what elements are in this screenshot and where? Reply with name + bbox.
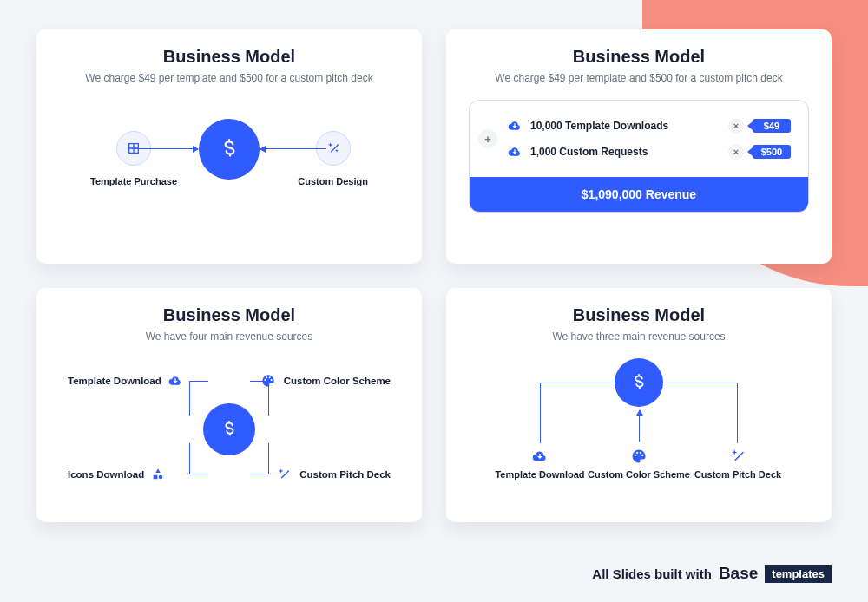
arrow-left-to-center [132, 148, 198, 149]
times-icon: × [728, 118, 744, 134]
footer-attribution: All Slides built with Base templates [592, 564, 832, 583]
slide-3: Business Model We have four main revenue… [36, 288, 422, 522]
shapes-icon [151, 468, 167, 481]
slide-subtitle: We charge $49 per template and $500 for … [59, 72, 399, 84]
slide-2-body: + 10,000 Template Downloads × $49 1,0 [469, 84, 809, 245]
custom-design-label: Custom Design [298, 176, 368, 186]
slide-title: Business Model [59, 305, 399, 325]
dollar-icon [203, 403, 255, 455]
cloud-download-icon [532, 448, 548, 464]
slides-grid: Business Model We charge $49 per templat… [0, 0, 868, 538]
icons-download-label: Icons Download [68, 468, 167, 481]
palette-icon [631, 448, 647, 464]
slide-title: Business Model [469, 47, 809, 67]
plus-icon: + [478, 129, 497, 148]
connector-tl [189, 381, 208, 416]
source-custom-color: Custom Color Scheme [578, 448, 700, 480]
wand-icon [277, 468, 293, 481]
custom-color-scheme-label: Custom Color Scheme [261, 374, 391, 388]
slide-4: Business Model We have three main revenu… [446, 288, 832, 522]
custom-design-node: Custom Design [298, 131, 368, 186]
slide-subtitle: We have three main revenue sources [469, 330, 809, 343]
slide-1-diagram: Template Purchase Custom Design [59, 84, 399, 245]
template-download-label: Template Download [68, 374, 184, 388]
brand-base: Base [719, 564, 758, 583]
revenue-total: $1,090,000 Revenue [470, 177, 808, 212]
connector-center [639, 410, 640, 442]
connector-right [660, 383, 738, 443]
slide-3-diagram: Template Download Custom Color Scheme Ic… [59, 348, 399, 503]
slide-title: Business Model [469, 305, 809, 325]
revenue-row-1-price: $49 [753, 119, 791, 133]
revenue-rows: + 10,000 Template Downloads × $49 1,0 [470, 101, 808, 177]
cloud-download-icon [508, 119, 522, 133]
revenue-row-2-name: 1,000 Custom Requests [530, 146, 720, 158]
template-purchase-label: Template Purchase [90, 176, 177, 186]
slide-4-diagram: Template Download Custom Color Scheme Cu… [469, 346, 809, 503]
dollar-node [203, 403, 255, 455]
dollar-icon [199, 119, 260, 180]
arrow-right-to-center [260, 148, 326, 149]
brand-templates-chip: templates [765, 565, 832, 583]
source-custom-pitch: Custom Pitch Deck [686, 448, 790, 480]
slide-subtitle: We have four main revenue sources [59, 330, 399, 343]
template-purchase-node: Template Purchase [90, 131, 177, 186]
cloud-download-icon [168, 374, 184, 388]
footer-text: All Slides built with [592, 566, 712, 581]
times-icon: × [728, 144, 744, 160]
revenue-row-2-price: $500 [753, 145, 791, 159]
connector-left [540, 383, 618, 443]
slide-subtitle: We charge $49 per template and $500 for … [469, 72, 809, 84]
cloud-download-icon [508, 145, 522, 159]
slide-title: Business Model [59, 47, 399, 67]
wand-icon [730, 448, 746, 464]
source-template-download: Template Download [488, 448, 592, 480]
connector-tr [250, 381, 269, 416]
revenue-row-2: 1,000 Custom Requests × $500 [508, 139, 791, 165]
slide-1: Business Model We charge $49 per templat… [36, 29, 422, 264]
slide-2: Business Model We charge $49 per templat… [446, 29, 832, 264]
revenue-box: + 10,000 Template Downloads × $49 1,0 [469, 100, 809, 213]
connector-bl [189, 443, 208, 474]
connector-br [250, 443, 269, 474]
dollar-node [199, 119, 260, 180]
revenue-row-1: 10,000 Template Downloads × $49 [508, 113, 791, 139]
revenue-row-1-name: 10,000 Template Downloads [530, 120, 720, 132]
custom-pitch-deck-label: Custom Pitch Deck [277, 468, 391, 481]
